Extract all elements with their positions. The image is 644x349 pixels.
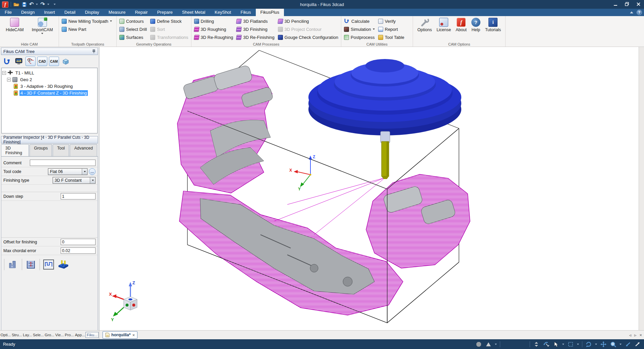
triangle-snap-icon[interactable] <box>485 341 492 348</box>
pin-icon[interactable] <box>92 49 96 53</box>
stock-cube-icon[interactable] <box>61 57 71 66</box>
down-step-field[interactable] <box>61 193 96 199</box>
menu-tab-sheet-metal[interactable]: Sheet Metal <box>177 9 210 16</box>
3d-finishing-button[interactable]: 3D Finishing <box>236 25 274 33</box>
simulation-button[interactable]: Simulation <box>344 25 375 33</box>
undo-dropdown-icon[interactable] <box>36 4 38 5</box>
redo-dropdown-icon[interactable] <box>47 4 49 5</box>
open-file-icon[interactable] <box>13 2 19 7</box>
menu-tab-repair[interactable]: Repair <box>130 9 152 16</box>
chevron-down-icon[interactable] <box>90 177 95 183</box>
document-tab-horquilla[interactable]: horquilla* × <box>103 331 137 339</box>
panel-tab-fikus[interactable]: Fiku... <box>85 332 99 338</box>
tab-groups[interactable]: Groups <box>30 144 52 156</box>
surfaces-button[interactable]: Surfaces <box>119 33 147 41</box>
toolpath-visibility-icon[interactable] <box>25 57 36 66</box>
panel-tab-layers[interactable]: Lay... <box>22 332 32 338</box>
collapse-node-icon[interactable] <box>2 71 6 75</box>
panel-tab-properties[interactable]: Pro... <box>64 332 74 338</box>
undo-icon[interactable]: ↶ <box>29 2 34 7</box>
calculate-button[interactable]: Calculate <box>344 17 375 25</box>
depth-range-icon[interactable] <box>25 258 37 271</box>
pan-view-icon[interactable] <box>600 341 607 348</box>
tab-tool[interactable]: Tool <box>53 144 69 156</box>
tool-table-button[interactable]: Tool Table <box>378 33 404 41</box>
3d-viewport[interactable]: Z X Y Z X Y <box>100 47 639 330</box>
license-button[interactable]: License <box>435 17 453 41</box>
minimize-button[interactable] <box>610 0 621 8</box>
snap-dropdown-icon[interactable] <box>495 344 497 345</box>
options-button[interactable]: Options <box>416 17 433 41</box>
tree-node-geo[interactable]: Geo 2 <box>7 76 97 83</box>
importcam-button[interactable]: ImportCAM <box>30 17 55 41</box>
panel-tab-selection[interactable]: Sele... <box>33 332 44 338</box>
octagon-snap-icon[interactable] <box>475 341 482 348</box>
tab-scroll-left-icon[interactable]: ◃ <box>629 333 631 338</box>
about-button[interactable]: f About <box>454 17 468 41</box>
verify-button[interactable]: Verify <box>378 17 404 25</box>
chevron-down-icon[interactable] <box>82 169 87 175</box>
collapse-node-icon[interactable] <box>7 78 11 81</box>
new-part-button[interactable]: New Part <box>62 25 114 33</box>
select-drill-button[interactable]: Select Drill <box>119 25 147 33</box>
menu-tab-file[interactable]: File <box>0 9 16 16</box>
finishing-type-select[interactable]: 3D F Constant <box>53 177 96 184</box>
tree-node-finishing[interactable]: 4 - 3D F Constant Z - 3D Finishing <box>14 90 97 96</box>
tab-3d-finishing[interactable]: 3D Finishing <box>1 144 29 156</box>
rotate-dropdown-icon[interactable] <box>595 344 597 345</box>
help-button[interactable]: ? Help <box>470 17 482 41</box>
toolpath-link-icon[interactable] <box>43 258 55 271</box>
rotate-view-icon[interactable] <box>585 341 592 348</box>
zoom-out-arrow-icon[interactable] <box>625 341 631 348</box>
new-milling-toolpath-button[interactable]: New Milling Toolpath <box>62 17 114 25</box>
panel-tab-groups[interactable]: Gro... <box>44 332 55 338</box>
tab-scroll-right-icon[interactable]: ▹ <box>634 333 637 338</box>
cam-view-button[interactable]: CAM <box>49 57 59 66</box>
cad-view-button[interactable]: CAD <box>37 57 47 66</box>
simulation-screen-icon[interactable] <box>14 57 24 66</box>
zoom-in-arrow-icon[interactable] <box>634 341 641 348</box>
hidecam-button[interactable]: HideCAM <box>4 17 25 41</box>
save-icon[interactable] <box>22 2 27 7</box>
menu-tab-prepare[interactable]: Prepare <box>153 9 177 16</box>
cursor-dropdown-icon[interactable] <box>562 344 564 345</box>
help-icon[interactable]: ? <box>637 10 642 15</box>
report-button[interactable]: Report <box>378 25 404 33</box>
tutorials-button[interactable]: i Tutorials <box>483 17 503 41</box>
tree-node-roughing[interactable]: 3 - Adaptive - 3D Roughing <box>14 83 97 90</box>
3d-re-roughing-button[interactable]: 3D Re-Roughing <box>194 33 233 41</box>
define-stock-button[interactable]: Define Stock <box>150 17 188 25</box>
comment-field[interactable] <box>30 160 96 166</box>
3d-re-finishing-button[interactable]: 3D Re-Finishing <box>236 33 274 41</box>
3d-roughing-button[interactable]: 3D Roughing <box>194 25 233 33</box>
restore-button[interactable] <box>621 0 633 8</box>
marquee-select-icon[interactable] <box>567 341 574 348</box>
undo-view-icon[interactable] <box>543 341 549 348</box>
calculate-toolpath-icon[interactable] <box>2 57 12 66</box>
tool-code-select[interactable]: Flat 06 <box>48 168 87 175</box>
importcam-dropdown-icon[interactable] <box>41 33 43 34</box>
panel-tab-appearance[interactable]: App... <box>74 332 85 338</box>
close-button[interactable] <box>633 0 644 8</box>
postprocess-button[interactable]: Postprocess <box>344 33 375 41</box>
redo-icon[interactable]: ↷ <box>40 2 45 7</box>
zoom-dropdown-icon[interactable] <box>620 344 622 345</box>
offset-for-finishing-field[interactable] <box>61 239 96 245</box>
menu-tab-keyshot[interactable]: KeyShot <box>210 9 236 16</box>
zoom-view-icon[interactable] <box>610 341 617 348</box>
menu-tab-fikus[interactable]: Fikus <box>236 9 255 16</box>
marquee-dropdown-icon[interactable] <box>577 344 579 345</box>
drilling-button[interactable]: Drilling <box>194 17 233 25</box>
tool-browse-button[interactable]: … <box>89 168 96 175</box>
viewport-scrollbar[interactable] <box>639 47 644 330</box>
menu-tab-detail[interactable]: Detail <box>60 9 80 16</box>
z-levels-icon[interactable] <box>7 258 19 271</box>
app-logo-icon[interactable]: f <box>2 1 8 8</box>
menu-tab-fikusplus[interactable]: FikusPlus <box>256 9 284 16</box>
customize-toolbar-icon[interactable] <box>54 4 56 5</box>
panel-tab-views[interactable]: Vie... <box>55 332 64 338</box>
new-milling-toolpath-dropdown-icon[interactable] <box>110 20 112 22</box>
tab-advanced[interactable]: Advanced <box>70 144 97 156</box>
tab-close-icon[interactable]: × <box>639 333 642 338</box>
stock-supports-icon[interactable] <box>57 258 69 271</box>
